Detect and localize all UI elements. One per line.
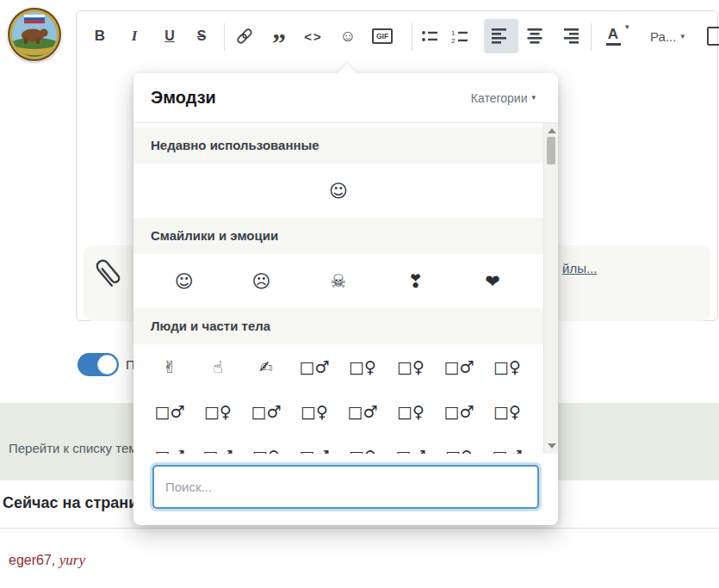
- align-center-icon: [525, 28, 544, 45]
- emoji-item[interactable]: □♂: [146, 447, 194, 454]
- chevron-down-icon: ▾: [680, 33, 685, 40]
- emoji-item[interactable]: ❤: [454, 271, 531, 292]
- quote-button[interactable]: ”: [264, 19, 294, 53]
- toolbar-divider: [591, 23, 592, 51]
- emoji-item[interactable]: □♀: [338, 447, 387, 454]
- bullet-list-icon: [421, 28, 438, 45]
- align-left-icon: [492, 28, 511, 45]
- emoji-section-title: Смайлики и эмоции: [133, 218, 543, 254]
- emoji-item[interactable]: □♀: [435, 447, 483, 454]
- emoji-row: □♂□♂□♀□♂□♀□♂□♀□♂: [133, 434, 543, 454]
- toggle-row: По: [77, 353, 142, 376]
- toolbar-divider: [412, 23, 412, 51]
- emoji-item[interactable]: ☠: [300, 271, 377, 292]
- color-bar-icon: [606, 43, 621, 46]
- emoji-item[interactable]: □♂: [435, 357, 483, 376]
- emoji-scroll-content: Недавно использованные☺Смайлики и эмоции…: [133, 123, 543, 454]
- emoji-item[interactable]: □♀: [338, 357, 387, 376]
- link-icon: [235, 27, 254, 46]
- emoji-section-title: Люди и части тела: [133, 308, 543, 344]
- chevron-down-icon: ▾: [531, 94, 536, 102]
- emoji-item[interactable]: ☝: [194, 357, 242, 376]
- text-color-button[interactable]: A ▾: [598, 19, 628, 53]
- emoji-item[interactable]: □♀: [290, 402, 338, 421]
- bullet-list-button[interactable]: [416, 19, 443, 53]
- emoji-item[interactable]: □♂: [290, 447, 338, 454]
- go-to-topic-list-link[interactable]: Перейти к списку тем: [9, 441, 138, 455]
- emoji-button[interactable]: ☺: [333, 19, 363, 53]
- emoji-item[interactable]: □♂: [194, 447, 242, 454]
- toggle-knob: [97, 355, 117, 374]
- emoji-item[interactable]: □♂: [242, 402, 290, 421]
- align-right-button[interactable]: [555, 19, 584, 53]
- emoji-item[interactable]: □♀: [483, 357, 531, 376]
- bold-button[interactable]: B: [87, 19, 113, 53]
- categories-dropdown[interactable]: Категории ▾: [466, 90, 541, 106]
- code-icon: <>: [304, 29, 323, 44]
- emoji-item[interactable]: □♀: [194, 402, 242, 421]
- font-size-label: Ра...: [650, 29, 676, 44]
- emoji-item[interactable]: □♂: [435, 402, 483, 421]
- coat-of-arms-image: [7, 7, 62, 62]
- strikethrough-button[interactable]: S: [189, 19, 214, 53]
- numbered-list-button[interactable]: 1 2: [446, 19, 474, 53]
- popup-title: Эмодзи: [151, 88, 216, 108]
- choose-files-link[interactable]: йлы...: [562, 261, 597, 275]
- categories-label: Категории: [471, 91, 528, 105]
- emoji-row: □♂□♀□♂□♀□♂□♀□♂□♀: [133, 389, 543, 434]
- emoji-item[interactable]: □♂: [146, 402, 194, 421]
- insert-link-button[interactable]: [230, 19, 259, 53]
- emoji-search-input[interactable]: [152, 465, 539, 509]
- font-size-dropdown[interactable]: Ра... ▾: [642, 19, 692, 53]
- user-avatar: [7, 7, 62, 62]
- online-user-link[interactable]: yury: [59, 552, 85, 568]
- insert-image-button[interactable]: [707, 19, 719, 53]
- emoji-item[interactable]: □♀: [242, 447, 290, 454]
- code-button[interactable]: <>: [299, 19, 328, 53]
- separator-line: [0, 528, 719, 529]
- online-user-link[interactable]: eger67: [9, 553, 52, 567]
- emoji-item[interactable]: ✌: [146, 357, 194, 376]
- underline-button[interactable]: U: [158, 19, 182, 53]
- popup-header: Эмодзи Категории ▾: [133, 73, 558, 123]
- emoji-item[interactable]: ☹: [223, 271, 301, 292]
- emoji-search-area: [133, 454, 558, 525]
- smiley-icon: ☺: [339, 27, 356, 46]
- align-center-button[interactable]: [520, 19, 549, 53]
- emoji-section: Люди и части тела✌☝✍□♂□♀□♀□♂□♀□♂□♀□♂□♀□♂…: [133, 308, 543, 454]
- emoji-item[interactable]: □♂: [290, 357, 338, 376]
- emoji-item[interactable]: □♀: [387, 357, 435, 376]
- emoji-item[interactable]: □♂: [387, 447, 435, 454]
- scroll-down-arrow-icon[interactable]: [548, 443, 556, 449]
- emoji-item[interactable]: □♀: [483, 402, 531, 421]
- emoji-row: ☺☹☠❣❤: [133, 254, 543, 308]
- numbered-list-icon: 1 2: [451, 28, 468, 45]
- gif-button[interactable]: GIF: [368, 19, 397, 53]
- emoji-item[interactable]: □♂: [338, 402, 387, 421]
- emoji-section: Недавно использованные☺: [133, 127, 543, 218]
- svg-text:2: 2: [451, 37, 456, 45]
- italic-button[interactable]: I: [122, 19, 146, 53]
- emoji-scroll-area: Недавно использованные☺Смайлики и эмоции…: [133, 123, 558, 454]
- scrollbar-thumb[interactable]: [547, 137, 555, 164]
- align-right-icon: [560, 28, 579, 45]
- image-icon: [707, 27, 719, 46]
- emoji-item[interactable]: □♂: [483, 447, 531, 454]
- paperclip-icon: [90, 254, 127, 297]
- preview-toggle[interactable]: [77, 353, 119, 376]
- chevron-down-icon: ▾: [625, 23, 629, 31]
- online-users: eger67, yury: [9, 552, 85, 569]
- emoji-item[interactable]: ☺: [146, 181, 531, 201]
- emoji-popup: Эмодзи Категории ▾ Недавно использованны…: [133, 73, 558, 525]
- scrollbar[interactable]: [543, 123, 558, 454]
- gif-icon: GIF: [372, 28, 393, 45]
- emoji-item[interactable]: ✍: [242, 357, 290, 376]
- emoji-row: ☺: [133, 164, 543, 218]
- emoji-item[interactable]: ☺: [146, 271, 223, 292]
- emoji-item[interactable]: ❣: [377, 271, 455, 292]
- toolbar-divider: [224, 23, 225, 51]
- align-left-button[interactable]: [484, 19, 518, 53]
- svg-text:1: 1: [451, 29, 456, 37]
- emoji-item[interactable]: □♀: [387, 402, 435, 421]
- scroll-up-arrow-icon[interactable]: [548, 128, 556, 133]
